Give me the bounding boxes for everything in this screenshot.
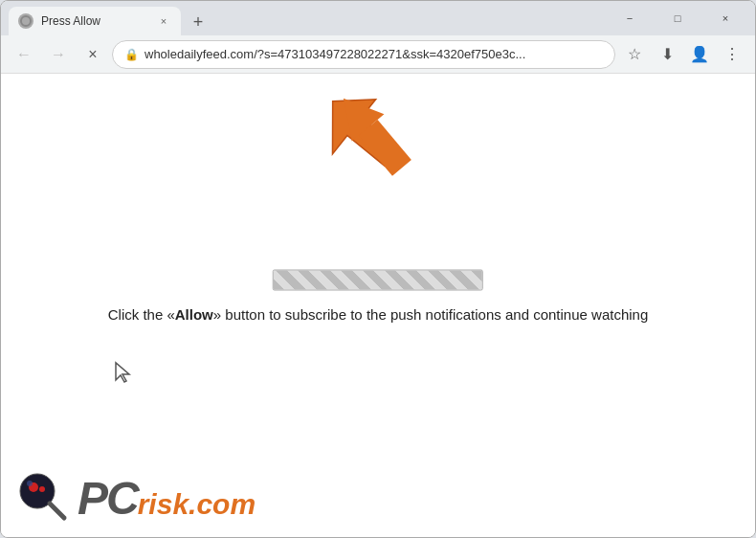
watermark: PC risk.com (16, 470, 256, 527)
new-tab-button[interactable]: + (185, 9, 211, 35)
back-button[interactable]: ← (9, 39, 39, 70)
bookmark-button[interactable]: ☆ (619, 39, 650, 70)
svg-point-8 (27, 481, 33, 486)
active-tab[interactable]: Press Allow × (9, 7, 181, 35)
pcrisk-text: PC risk.com (78, 476, 256, 522)
subscribe-text: Click the «Allow» button to subscribe to… (108, 306, 649, 323)
cursor-indicator (114, 361, 133, 389)
address-bar[interactable]: 🔒 wholedailyfeed.com/?s=4731034972280222… (112, 40, 615, 69)
nav-bar: ← → × 🔒 wholedailyfeed.com/?s=4731034972… (1, 35, 755, 74)
title-bar: Press Allow × + − □ × (1, 1, 755, 35)
download-button[interactable]: ⬇ (652, 39, 682, 70)
close-button[interactable]: × (703, 3, 747, 34)
lock-icon: 🔒 (124, 48, 139, 61)
svg-line-7 (50, 504, 64, 518)
url-text: wholedailyfeed.com/?s=473103497228022271… (145, 47, 603, 61)
forward-button[interactable]: → (43, 39, 74, 70)
tab-area: Press Allow × + (9, 1, 600, 35)
maximize-button[interactable]: □ (656, 3, 700, 34)
progress-section: Click the «Allow» button to subscribe to… (108, 270, 649, 323)
tab-title: Press Allow (41, 14, 148, 28)
page-content: Click the «Allow» button to subscribe to… (1, 74, 755, 537)
direction-arrow (326, 85, 422, 190)
window-controls: − □ × (608, 3, 747, 34)
progress-bar (273, 270, 483, 291)
profile-button[interactable]: 👤 (684, 39, 715, 70)
minimize-button[interactable]: − (608, 3, 652, 34)
reload-button[interactable]: × (78, 39, 108, 70)
svg-marker-3 (116, 363, 129, 382)
menu-button[interactable]: ⋮ (717, 39, 747, 70)
pcrisk-logo-icon (16, 470, 70, 527)
tab-close-button[interactable]: × (156, 13, 171, 29)
tab-favicon (18, 13, 33, 29)
browser-window: Press Allow × + − □ × ← → × 🔒 wholedaily… (0, 0, 756, 538)
svg-point-6 (39, 486, 45, 492)
nav-actions: ☆ ⬇ 👤 ⋮ (619, 39, 747, 70)
